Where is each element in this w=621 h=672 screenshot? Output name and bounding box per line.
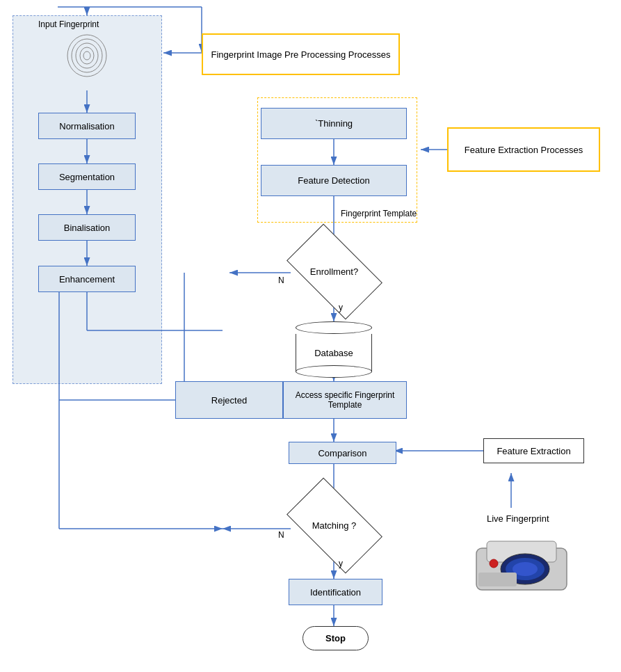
segmentation-box: Segmentation <box>38 163 136 190</box>
live-fingerprint-label: Live Fingerprint <box>487 513 549 524</box>
pre-processing-box: Fingerprint Image Pre Processing Process… <box>202 33 400 75</box>
binalisation-box: Binalisation <box>38 214 136 241</box>
svg-point-33 <box>80 47 94 64</box>
svg-point-40 <box>490 559 498 568</box>
svg-rect-41 <box>478 573 517 586</box>
feature-detection-box: Feature Detection <box>261 165 407 196</box>
input-fingerprint-label: Input Fingerprint <box>38 19 99 29</box>
svg-point-34 <box>83 51 90 60</box>
matching-diamond-container: Matching ? <box>291 494 378 557</box>
comparison-box: Comparison <box>289 442 396 464</box>
matching-n-label: N <box>278 530 284 540</box>
enrollment-n-label: N <box>278 275 284 285</box>
fingerprint-image <box>63 31 111 80</box>
svg-point-30 <box>67 35 106 77</box>
rejected-box: Rejected <box>175 381 283 419</box>
diagram: Input Fingerprint Fingerprint Image Pre … <box>0 0 621 672</box>
svg-point-31 <box>72 39 102 72</box>
matching-diamond <box>287 477 382 573</box>
enrollment-diamond <box>287 223 382 319</box>
enhancement-box: Enhancement <box>38 266 136 292</box>
svg-point-32 <box>76 43 98 68</box>
cylinder-top <box>296 321 372 334</box>
enrollment-diamond-container: Enrollment? <box>291 240 378 303</box>
feature-extraction-processes-box: Feature Extraction Processes <box>447 127 600 172</box>
identification-box: Identification <box>289 579 382 605</box>
cylinder-body: Database <box>296 334 372 372</box>
normalisation-box: Normalisation <box>38 113 136 139</box>
cylinder-bottom <box>296 365 372 378</box>
stop-terminal: Stop <box>303 626 369 650</box>
access-template-box: Access specific Fingerprint Template <box>283 381 407 419</box>
enrollment-y-label: y <box>339 303 343 312</box>
feature-extraction-box: Feature Extraction <box>483 438 584 463</box>
scanner-image <box>473 534 570 599</box>
database-cylinder: Database <box>296 321 372 372</box>
matching-y-label: y <box>339 559 343 568</box>
thinning-box: `Thinning <box>261 108 407 139</box>
fingerprint-template-label: Fingerprint Template <box>341 209 417 218</box>
